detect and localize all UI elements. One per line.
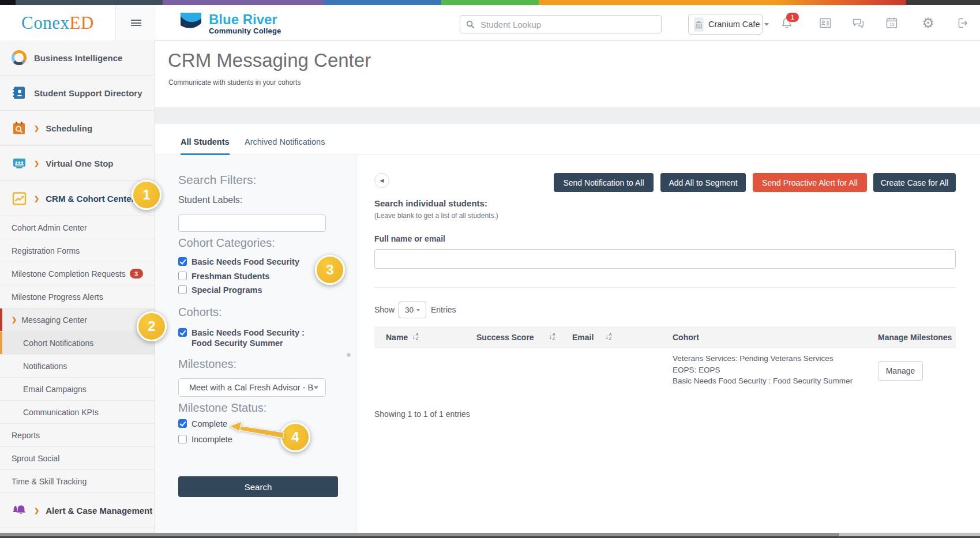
double-bell-icon [10,502,28,519]
send-notification-all-button[interactable]: Send Notification to All [554,173,654,192]
sidebar-item-milestone-progress-alerts[interactable]: Milestone Progress Alerts [0,285,155,308]
table-row-cohort-cell: Veterans Services: Pending Veterans Serv… [673,353,853,387]
student-lookup-search[interactable] [460,15,662,33]
donut-chart-icon [10,49,28,66]
calendar-icon: 15 [885,16,899,30]
column-header-name[interactable]: Name [386,333,408,342]
student-labels-input[interactable] [178,215,326,232]
sidebar-item-email-campaigns[interactable]: Email Campaigns [0,378,155,401]
checkbox-food-security-summer[interactable] [178,328,187,337]
column-header-success-score[interactable]: Success Score [476,333,534,342]
sidebar-item-reports[interactable]: Reports [0,424,155,447]
gear-icon: ⚙ [922,16,934,30]
settings-button[interactable]: ⚙ [921,16,936,31]
full-name-email-label: Full name or email [374,234,445,243]
sidebar-item-crm-cohort-center[interactable]: ❯ CRM & Cohort Center [0,181,155,216]
cohort-checkbox-row: Basic Needs Food Security : Food Securit… [178,328,320,348]
individual-search-hint: (Leave blank to get a list of all studen… [374,212,498,220]
line-chart-icon [10,190,28,207]
sidebar-toggle-button[interactable] [115,5,156,40]
notifications-bell-button[interactable]: 1 [779,16,794,31]
status-checkbox-row: Complete [178,419,227,429]
cohort-line: EOPS: EOPS [673,364,853,376]
scheduling-calendar-icon [10,119,28,137]
caret-down-icon [416,309,420,311]
conexed-logo: ConexED [0,5,115,40]
checkbox-incomplete[interactable] [178,435,187,443]
college-tagline: Community College [209,27,281,35]
sort-icon[interactable]: ↓AZ [549,333,555,340]
sidebar-item-business-intelligence[interactable]: Business Intelligence [0,40,155,76]
section-divider [374,287,956,288]
sidebar-item-milestone-completion-requests[interactable]: Milestone Completion Requests 3 [0,262,155,285]
page-title: CRM Messaging Center [168,50,371,72]
directory-icon [10,84,28,101]
entries-label: Entries [431,305,456,314]
individual-search-heading: Search individual students: [374,198,487,208]
search-button[interactable]: Search [178,476,338,497]
checkbox-special-programs[interactable] [178,285,187,294]
checkbox-label: Incomplete [192,434,232,445]
redacted-name-value [347,353,350,356]
sidebar-item-student-support-directory[interactable]: Student Support Directory [0,76,155,111]
tab-archived-notifications[interactable]: Archived Notifications [245,137,325,155]
page-size-select[interactable]: 30 [399,302,426,318]
annotation-step-3: 3 [315,255,345,285]
student-lookup-input[interactable] [479,19,655,30]
milestone-select[interactable]: Meet with a Cal Fresh Advisor - Basic [178,378,326,397]
sidebar-item-registration-forms[interactable]: Registration Forms [0,239,155,262]
sort-icon[interactable]: ↓AZ [605,333,611,340]
sort-icon[interactable]: ↓AZ [412,333,418,340]
tab-all-students[interactable]: All Students [181,137,230,155]
sidebar-item-communication-kpis[interactable]: Communication KPIs [0,401,155,424]
sidebar-item-messaging-center[interactable]: ❯ Messaging Center [0,308,155,332]
top-rainbow-stripe [0,0,980,5]
checkbox-basic-needs-food-security[interactable] [178,257,187,266]
checkbox-complete[interactable] [178,419,187,428]
create-case-all-button[interactable]: Create Case for All [873,173,956,192]
checkbox-label: Freshman Students [192,271,269,281]
full-name-email-input[interactable] [374,249,956,269]
exit-icon [956,16,970,30]
filters-heading: Search Filters: [178,173,256,187]
milestone-selected-value: Meet with a Cal Fresh Advisor - Basic [189,383,314,392]
sidebar-item-cohort-admin-center[interactable]: Cohort Admin Center [0,216,155,239]
hamburger-icon [131,18,141,28]
sidebar-item-virtual-one-stop[interactable]: ❯ Virtual One Stop [0,146,155,181]
page-size-value: 30 [405,306,414,314]
table-summary: Showing 1 to 1 of 1 entries [374,409,470,419]
sidebar-item-label: Virtual One Stop [46,159,113,168]
sidebar-item-alert-case-management[interactable]: ❯ Alert & Case Management [0,493,155,528]
chevron-right-icon: ❯ [34,507,39,514]
logout-button[interactable] [955,16,970,31]
sidebar-item-label: Cohort Admin Center [12,223,87,232]
tab-bar: All Students Archived Notifications [155,133,980,155]
student-card-button[interactable] [818,16,833,31]
column-header-email[interactable]: Email [572,333,594,342]
collapse-panel-button[interactable]: ◀ [374,173,389,188]
sidebar-item-label: Notifications [23,362,67,371]
sidebar-item-scheduling[interactable]: ❯ Scheduling [0,111,155,146]
workspace-label: Cranium Cafe [708,20,760,29]
calendar-day: 15 [889,22,894,27]
workspace-selector[interactable]: Cranium Cafe [688,14,763,35]
cohort-line: Veterans Services: Pending Veterans Serv… [673,353,853,364]
sidebar-item-cohort-notifications[interactable]: Cohort Notifications [0,332,155,355]
logo-part-2: ED [70,13,94,33]
caret-down-icon [764,23,769,26]
sidebar-item-sprout-social[interactable]: Sprout Social [0,447,155,470]
add-all-to-segment-button[interactable]: Add All to Segment [660,173,746,192]
manage-milestones-button[interactable]: Manage [878,361,923,381]
sidebar-item-label: Time & Skill Tracking [12,477,87,486]
sidebar-item-notifications[interactable]: Notifications [0,355,155,378]
checkbox-label: Special Programs [192,285,262,295]
notification-count-badge: 1 [786,13,799,22]
calendar-button[interactable]: 15 [884,16,899,31]
send-proactive-alert-button[interactable]: Send Proactive Alert for All [753,173,867,192]
page-subtitle: Communicate with students in your cohort… [168,78,301,86]
messages-button[interactable] [851,16,866,31]
sidebar-item-time-skill-tracking[interactable]: Time & Skill Tracking [0,470,155,493]
checkbox-freshman-students[interactable] [178,272,187,280]
institution-icon [694,17,704,32]
category-checkbox-row: Basic Needs Food Security [178,257,299,267]
